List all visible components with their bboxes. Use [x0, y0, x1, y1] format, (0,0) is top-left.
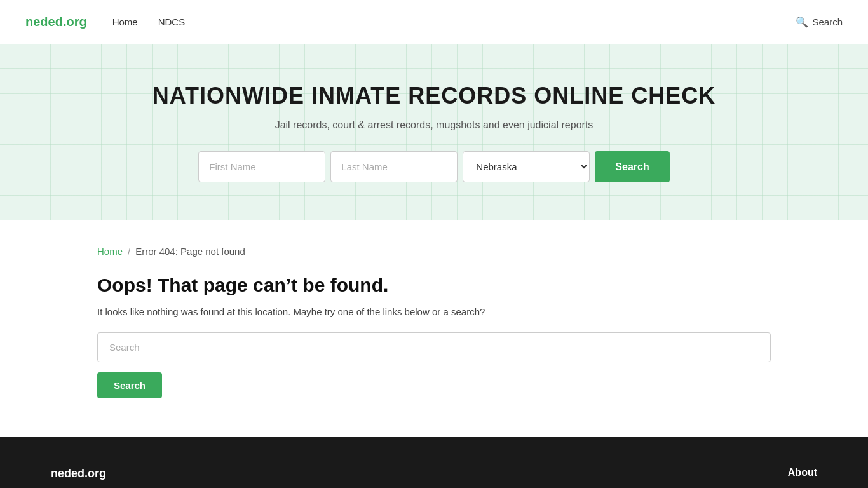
search-icon: 🔍: [796, 16, 808, 28]
breadcrumb: Home / Error 404: Page not found: [97, 246, 771, 257]
site-footer: neded.org About: [0, 437, 868, 488]
nav-ndcs[interactable]: NDCS: [158, 17, 186, 27]
breadcrumb-home[interactable]: Home: [97, 246, 123, 257]
breadcrumb-separator: /: [128, 246, 130, 257]
hero-search-form: AlabamaAlaskaArizonaArkansasCaliforniaCo…: [25, 151, 843, 182]
hero-subtitle: Jail records, court & arrest records, mu…: [25, 119, 843, 131]
nav-home[interactable]: Home: [112, 17, 138, 27]
header-search-label: Search: [812, 17, 843, 27]
site-header: neded.org Home NDCS 🔍 Search: [0, 0, 868, 44]
site-logo[interactable]: neded.org: [25, 15, 87, 29]
hero-state-select[interactable]: AlabamaAlaskaArizonaArkansasCaliforniaCo…: [463, 151, 590, 182]
breadcrumb-current: Error 404: Page not found: [135, 246, 245, 257]
error-search-button[interactable]: Search: [97, 372, 162, 398]
footer-left: neded.org: [51, 467, 106, 480]
error-title: Oops! That page can’t be found.: [97, 274, 771, 296]
hero-search-button[interactable]: Search: [595, 151, 669, 182]
hero-section: NATIONWIDE INMATE RECORDS ONLINE CHECK J…: [0, 44, 868, 220]
footer-about-heading: About: [788, 467, 817, 478]
main-content: Home / Error 404: Page not found Oops! T…: [72, 220, 796, 437]
footer-right: About: [788, 467, 817, 480]
hero-last-name-input[interactable]: [330, 151, 458, 182]
error-search-input[interactable]: [97, 332, 771, 362]
hero-first-name-input[interactable]: [198, 151, 325, 182]
hero-title: NATIONWIDE INMATE RECORDS ONLINE CHECK: [25, 83, 843, 109]
error-description: It looks like nothing was found at this …: [97, 306, 771, 317]
main-nav: Home NDCS: [112, 17, 796, 27]
footer-logo: neded.org: [51, 467, 106, 480]
header-search[interactable]: 🔍 Search: [796, 16, 843, 28]
